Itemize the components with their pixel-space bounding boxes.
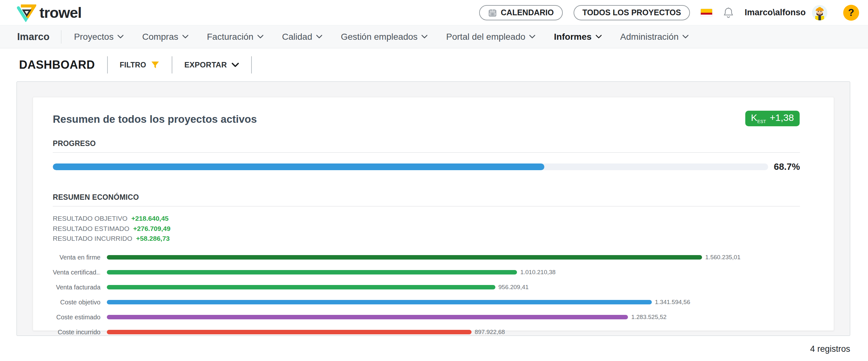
company-name[interactable]: Imarco: [17, 31, 50, 42]
page-title: DASHBOARD: [19, 58, 95, 71]
chart-bar-area: 1.010.210,38: [107, 269, 741, 276]
nav-menu-item[interactable]: Informes: [554, 32, 601, 42]
trowel-logo-icon: [17, 3, 36, 22]
card-title: Resumen de todos los proyectos activos: [53, 113, 800, 125]
notifications-bell-icon[interactable]: [723, 7, 734, 19]
current-user-label: Imarco\alfonso: [745, 8, 806, 18]
main-nav: Imarco Proyectos Compras Facturación Cal…: [0, 25, 868, 48]
nav-menu-item[interactable]: Portal del empleado: [446, 32, 535, 42]
chart-bar-value-label: 897.922,68: [475, 329, 505, 336]
result-label: RESULTADO ESTIMADO: [53, 223, 129, 234]
calendar-button[interactable]: CALENDARIO: [479, 5, 563, 20]
economic-bar-chart: Venta en firme 1.560.235,01 Venta certif…: [53, 254, 800, 336]
result-value: +276.709,49: [133, 223, 170, 234]
nav-items: Proyectos Compras Facturación Calidad Ge…: [74, 32, 689, 42]
filter-funnel-icon: [151, 60, 160, 69]
calendar-button-label: CALENDARIO: [501, 8, 554, 17]
chevron-down-icon: [595, 35, 602, 39]
chevron-down-icon: [117, 35, 124, 39]
records-count: 4 registros: [0, 344, 850, 354]
filter-button-label: FILTRO: [120, 61, 146, 69]
chart-bar-value-label: 1.560.235,01: [705, 254, 741, 261]
progress-section: PROGRESO 68.7%: [53, 139, 800, 172]
nav-menu-item[interactable]: Compras: [142, 32, 189, 42]
chart-row: Coste incurrido 897.922,68: [53, 329, 800, 336]
chart-bar-area: 1.560.235,01: [107, 254, 741, 261]
section-rule: [53, 206, 800, 206]
chart-category-label: Coste incurrido: [53, 329, 100, 336]
chevron-down-icon: [182, 35, 189, 39]
user-avatar[interactable]: [812, 5, 827, 20]
chevron-down-icon: [529, 35, 535, 39]
nav-menu-item-label: Proyectos: [74, 32, 114, 42]
chart-category-label: Venta en firme: [53, 254, 100, 261]
progress-percent-label: 68.7%: [774, 161, 800, 172]
chart-row: Venta facturada 956.209,41: [53, 284, 800, 291]
toolbar-divider: [172, 56, 172, 73]
chart-row: Venta en firme 1.560.235,01: [53, 254, 800, 261]
chart-bar-value-label: 1.283.525,52: [631, 313, 666, 321]
chart-bar[interactable]: [107, 300, 652, 304]
dashboard-panel: Resumen de todos los proyectos activos K…: [17, 82, 850, 336]
all-projects-button[interactable]: TODOS LOS PROYECTOS: [574, 5, 690, 20]
result-row: RESULTADO OBJETIVO +218.640,45: [53, 213, 800, 223]
nav-menu-item[interactable]: Proyectos: [74, 32, 124, 42]
kest-badge: KEST +1,38: [745, 111, 800, 126]
chart-bar[interactable]: [107, 285, 495, 290]
chart-bar-area: 1.341.594,56: [107, 299, 741, 306]
chart-bar[interactable]: [107, 270, 517, 274]
export-button[interactable]: EXPORTAR: [184, 60, 239, 69]
chart-bar-area: 956.209,41: [107, 284, 741, 291]
section-rule: [53, 152, 800, 153]
chart-bar[interactable]: [107, 255, 702, 260]
chart-bar[interactable]: [107, 330, 471, 334]
chevron-down-icon: [316, 35, 322, 39]
economic-heading: RESUMEN ECONÓMICO: [53, 193, 800, 202]
chevron-down-icon: [421, 35, 428, 39]
nav-menu-item[interactable]: Calidad: [282, 32, 322, 42]
chart-row: Coste objetivo 1.341.594,56: [53, 299, 800, 306]
active-projects-summary-card: Resumen de todos los proyectos activos K…: [33, 97, 834, 331]
economic-results: RESULTADO OBJETIVO +218.640,45 RESULTADO…: [53, 213, 800, 244]
kest-value: +1,38: [770, 112, 794, 123]
chart-category-label: Venta certificad...: [53, 269, 100, 276]
nav-menu-item[interactable]: Facturación: [207, 32, 264, 42]
nav-menu-item[interactable]: Gestión empleados: [341, 32, 428, 42]
nav-divider: [61, 30, 61, 43]
chart-bar-value-label: 956.209,41: [499, 284, 529, 291]
kest-symbol: KEST: [751, 112, 766, 124]
nav-menu-item-label: Compras: [142, 32, 178, 42]
all-projects-button-label: TODOS LOS PROYECTOS: [583, 8, 681, 17]
progress-row: 68.7%: [53, 161, 800, 172]
chart-bar-value-label: 1.010.210,38: [520, 269, 555, 276]
nav-menu-item[interactable]: Administración: [620, 32, 689, 42]
logo-wordmark: trowel: [39, 4, 82, 21]
chart-bar-value-label: 1.341.594,56: [655, 299, 690, 306]
result-label: RESULTADO OBJETIVO: [53, 213, 127, 223]
result-value: +218.640,45: [131, 213, 168, 223]
nav-menu-item-label: Administración: [620, 32, 679, 42]
result-row: RESULTADO INCURRIDO +58.286,73: [53, 234, 800, 244]
chart-row: Coste estimado 1.283.525,52: [53, 313, 800, 321]
chart-row: Venta certificad... 1.010.210,38: [53, 269, 800, 276]
header-actions: CALENDARIO TODOS LOS PROYECTOS Imarco\al…: [479, 5, 859, 21]
chevron-down-icon: [231, 63, 239, 67]
page-toolbar: DASHBOARD FILTRO EXPORTAR: [0, 48, 868, 82]
filter-button[interactable]: FILTRO: [120, 60, 160, 69]
worker-avatar-image: [812, 5, 827, 20]
chart-bar-area: 897.922,68: [107, 329, 741, 336]
export-button-label: EXPORTAR: [184, 60, 227, 69]
chevron-down-icon: [257, 35, 264, 39]
nav-menu-item-label: Facturación: [207, 32, 253, 42]
chart-bar[interactable]: [107, 315, 628, 319]
app-logo[interactable]: trowel: [17, 3, 82, 22]
progress-heading: PROGRESO: [53, 139, 800, 148]
chart-category-label: Venta facturada: [53, 284, 100, 291]
nav-menu-item-label: Gestión empleados: [341, 32, 417, 42]
progress-bar-fill: [53, 163, 544, 170]
toolbar-divider: [107, 56, 108, 73]
help-button[interactable]: ?: [843, 5, 859, 21]
spanish-flag-language-selector[interactable]: [701, 9, 712, 17]
toolbar-divider: [251, 56, 252, 73]
result-label: RESULTADO INCURRIDO: [53, 234, 132, 244]
